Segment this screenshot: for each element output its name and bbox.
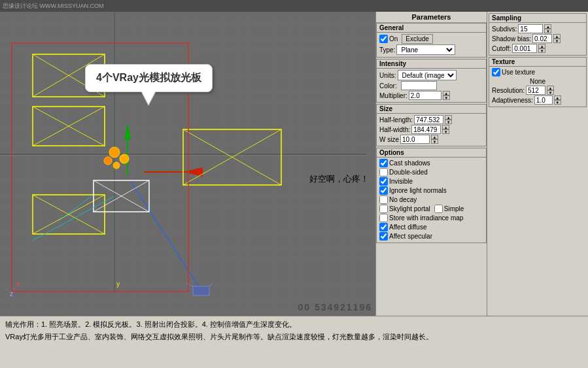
use-texture-checkbox[interactable] (492, 68, 500, 76)
shadow-bias-up[interactable]: ▲ (553, 34, 561, 39)
units-select[interactable]: Default (image) (398, 70, 457, 80)
cutoff-down[interactable]: ▼ (538, 48, 545, 53)
cast-shadows-label: Cast shadows (389, 159, 430, 167)
multiplier-row: Multiplier: ▲ ▼ (379, 91, 483, 100)
subdivs-row: Subdivs: ▲ ▼ (492, 24, 583, 33)
multiplier-up[interactable]: ▲ (443, 91, 450, 95)
half-length-input[interactable] (414, 115, 443, 124)
cutoff-input[interactable] (512, 44, 537, 53)
shadow-bias-spinner: ▲ ▼ (553, 34, 561, 43)
invisible-label: Invisible (389, 178, 413, 185)
subdivs-down[interactable]: ▼ (544, 29, 551, 33)
invisible-row: Invisible (379, 177, 483, 186)
resolution-row: Resolution: ▲ ▼ (492, 86, 583, 95)
affect-diffuse-label: Affect diffuse (389, 224, 426, 231)
options-section: Options Cast shadows Double-sided Invisi… (376, 148, 487, 243)
multiplier-input[interactable] (409, 91, 441, 100)
adaptiveness-down[interactable]: ▼ (554, 100, 561, 105)
callout-text: 4个VRay光模拟放光板 (96, 72, 201, 83)
half-width-up[interactable]: ▲ (442, 125, 449, 129)
subdivs-up[interactable]: ▲ (544, 24, 551, 29)
watermark-text: 00 534921196 (298, 302, 372, 312)
color-label: Color: (379, 82, 397, 90)
w-size-input[interactable] (400, 135, 430, 144)
w-size-down[interactable]: ▼ (431, 139, 438, 144)
affect-specular-checkbox[interactable] (379, 232, 388, 241)
affect-diffuse-checkbox[interactable] (379, 223, 388, 231)
adaptiveness-row: Adaptiveness: ▲ ▼ (492, 95, 583, 105)
svg-line-28 (94, 180, 149, 212)
w-size-spinner: ▲ ▼ (431, 135, 438, 144)
half-length-up[interactable]: ▲ (445, 115, 452, 120)
invisible-checkbox[interactable] (379, 177, 388, 186)
subdivs-input[interactable] (518, 24, 543, 33)
cast-shadows-checkbox[interactable] (379, 159, 388, 167)
on-checkbox[interactable] (379, 35, 388, 43)
svg-rect-18 (33, 107, 105, 146)
svg-line-35 (59, 196, 92, 221)
use-texture-row: Use texture (492, 68, 583, 76)
half-width-input[interactable] (411, 125, 441, 134)
cast-shadows-row: Cast shadows (379, 159, 483, 167)
no-decay-checkbox[interactable] (379, 195, 388, 204)
multiplier-down[interactable]: ▼ (443, 95, 450, 100)
exclude-button[interactable]: Exclude (402, 34, 433, 44)
type-select[interactable]: Plane (396, 44, 455, 55)
half-width-down[interactable]: ▼ (442, 129, 449, 134)
type-label: Type: (379, 46, 395, 54)
svg-rect-10 (193, 286, 209, 295)
adaptiveness-input[interactable] (534, 95, 553, 105)
no-decay-row: No decay (379, 195, 483, 204)
svg-rect-24 (183, 129, 281, 185)
main-container: 思缘设计论坛 WWW.MISSYUAN.COM (0, 0, 588, 368)
resolution-up[interactable]: ▲ (547, 86, 554, 90)
color-swatch[interactable] (401, 81, 437, 90)
svg-line-29 (94, 180, 149, 212)
svg-line-19 (33, 107, 105, 146)
w-size-up[interactable]: ▲ (431, 135, 438, 139)
general-section: General On Exclude Type: Plane (376, 23, 487, 58)
double-sided-checkbox[interactable] (379, 168, 388, 176)
svg-marker-7 (183, 167, 203, 176)
ignore-light-normals-label: Ignore light normals (389, 187, 447, 194)
viewport-content: y x z 4个VRay光模拟放光板 好空啊，心疼！ 00 534921196 (0, 12, 375, 316)
store-irradiance-checkbox[interactable] (379, 214, 388, 222)
sampling-section: Sampling Subdivs: ▲ ▼ Shadow bias: (489, 13, 587, 56)
cutoff-up[interactable]: ▲ (538, 44, 545, 48)
units-row: Units: Default (image) (379, 70, 483, 80)
resolution-input[interactable] (526, 86, 545, 95)
top-bar: 思缘设计论坛 WWW.MISSYUAN.COM (0, 0, 588, 12)
simple-checkbox[interactable] (434, 205, 443, 213)
resolution-label: Resolution: (492, 87, 525, 94)
svg-point-34 (113, 162, 120, 169)
half-length-spinner: ▲ ▼ (445, 115, 452, 124)
none-label: None (492, 77, 583, 86)
adaptiveness-up[interactable]: ▲ (554, 95, 561, 100)
ignore-light-normals-checkbox[interactable] (379, 186, 388, 195)
shadow-bias-input[interactable] (532, 34, 552, 43)
half-length-down[interactable]: ▼ (445, 120, 452, 124)
right-side-text: 好空啊，心疼！ (309, 173, 369, 185)
skylight-portal-checkbox[interactable] (379, 205, 388, 213)
affect-specular-label: Affect specular (389, 233, 432, 240)
svg-rect-4 (0, 12, 375, 316)
multiplier-spinner: ▲ ▼ (443, 91, 450, 100)
options-inner: Cast shadows Double-sided Invisible Igno… (377, 158, 486, 243)
svg-line-22 (33, 195, 105, 234)
general-inner: On Exclude Type: Plane (377, 33, 486, 57)
svg-point-31 (109, 147, 120, 158)
svg-line-36 (33, 196, 114, 241)
half-length-row: Half-length: ▲ ▼ (379, 115, 483, 124)
svg-line-11 (186, 283, 193, 286)
subdivs-label: Subdivs: (492, 25, 517, 33)
resolution-down[interactable]: ▼ (547, 90, 554, 95)
w-size-label: W size (379, 136, 399, 143)
double-sided-row: Double-sided (379, 168, 483, 176)
size-section: Size Half-length: ▲ ▼ Half-width: (376, 104, 487, 146)
panels-row: y x z 4个VRay光模拟放光板 好空啊，心疼！ 00 534921196 … (0, 12, 588, 316)
svg-marker-13 (124, 123, 131, 139)
shadow-bias-down[interactable]: ▼ (553, 39, 561, 43)
svg-text:y: y (116, 280, 120, 288)
simple-label: Simple (444, 205, 464, 212)
color-row: Color: (379, 81, 483, 90)
